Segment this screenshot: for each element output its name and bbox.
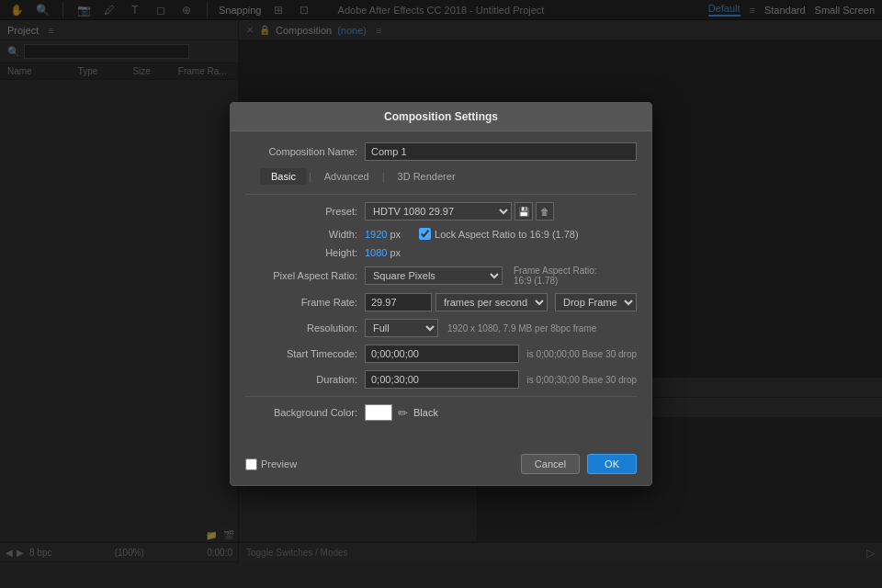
frame-rate-label: Frame Rate: (245, 297, 365, 308)
frame-rate-unit-select[interactable]: frames per second (435, 293, 548, 311)
resolution-label: Resolution: (245, 322, 365, 334)
frame-aspect-label: Frame Aspect Ratio: 16:9 (1.78) (514, 266, 597, 286)
pixel-aspect-row: Pixel Aspect Ratio: Square Pixels Frame … (245, 266, 637, 286)
dialog-body: Composition Name: Basic | Advanced | 3D … (231, 131, 651, 439)
resolution-info: 1920 x 1080, 7.9 MB per 8bpc frame (447, 323, 596, 334)
frame-aspect-value: 16:9 (1.78) (514, 276, 558, 286)
width-unit: px (390, 229, 401, 240)
preset-row: Preset: HDTV 1080 29.97 💾 🗑 (245, 202, 637, 220)
duration-row: Duration: is 0;00;30;00 Base 30 drop (245, 370, 637, 389)
preset-delete-icon[interactable]: 🗑 (536, 202, 554, 220)
preview-checkbox[interactable] (245, 458, 257, 470)
tab-advanced[interactable]: Advanced (313, 168, 380, 185)
height-row: Height: 1080 px (245, 247, 637, 258)
start-timecode-row: Start Timecode: is 0;00;00;00 Base 30 dr… (245, 345, 637, 363)
start-timecode-input[interactable] (365, 345, 519, 363)
comp-name-row: Composition Name: (245, 142, 637, 161)
dialog-tabs: Basic | Advanced | 3D Renderer (260, 168, 637, 185)
frame-rate-input[interactable] (365, 293, 432, 311)
bg-color-row: Background Color: ✏ Black (245, 404, 637, 421)
preset-save-icon[interactable]: 💾 (514, 202, 533, 220)
drop-frame-select[interactable]: Drop Frame (555, 293, 637, 311)
composition-settings-dialog: Composition Settings Composition Name: B… (230, 102, 652, 486)
width-row: Width: 1920 px Lock Aspect Ratio to 16:9… (245, 228, 637, 240)
preset-label: Preset: (245, 206, 365, 217)
preset-select[interactable]: HDTV 1080 29.97 (365, 202, 512, 220)
frame-rate-row: Frame Rate: frames per second Drop Frame (245, 293, 637, 311)
lock-aspect-label-row: Lock Aspect Ratio to 16:9 (1.78) (419, 228, 579, 240)
lock-aspect-check-area: Lock Aspect Ratio to 16:9 (1.78) (419, 228, 579, 240)
height-unit: px (390, 247, 401, 258)
eyedropper-icon[interactable]: ✏ (398, 406, 408, 420)
lock-aspect-label-text: Lock Aspect Ratio to 16:9 (1.78) (435, 229, 579, 240)
dialog-title: Composition Settings (231, 103, 651, 131)
bg-color-swatch[interactable] (365, 404, 392, 421)
dialog-buttons: Cancel OK (521, 454, 637, 474)
modal-overlay: Composition Settings Composition Name: B… (0, 0, 882, 588)
preview-label: Preview (261, 458, 297, 469)
pixel-aspect-select[interactable]: Square Pixels (365, 266, 503, 285)
tab-3d-renderer[interactable]: 3D Renderer (387, 168, 467, 185)
duration-label: Duration: (245, 374, 365, 385)
duration-input[interactable] (365, 370, 519, 389)
duration-info: is 0;00;30;00 Base 30 drop (526, 375, 637, 385)
resolution-row: Resolution: Full 1920 x 1080, 7.9 MB per… (245, 319, 637, 337)
comp-name-input[interactable] (365, 142, 637, 161)
width-label: Width: (245, 229, 365, 240)
bg-color-name: Black (413, 407, 438, 418)
tab-basic[interactable]: Basic (260, 168, 307, 185)
height-value[interactable]: 1080 (365, 247, 387, 258)
pixel-aspect-label: Pixel Aspect Ratio: (245, 270, 365, 281)
resolution-select[interactable]: Full (365, 319, 438, 337)
dialog-footer: Preview Cancel OK (231, 447, 651, 474)
width-value[interactable]: 1920 (365, 229, 387, 240)
bg-color-label: Background Color: (245, 407, 365, 418)
height-label: Height: (245, 247, 365, 258)
preview-check-area: Preview (245, 458, 297, 470)
lock-aspect-checkbox[interactable] (419, 228, 431, 240)
ok-button[interactable]: OK (587, 454, 637, 474)
cancel-button[interactable]: Cancel (521, 454, 580, 474)
start-timecode-label: Start Timecode: (245, 348, 365, 359)
start-timecode-info: is 0;00;00;00 Base 30 drop (526, 349, 637, 359)
comp-name-label: Composition Name: (245, 146, 365, 157)
